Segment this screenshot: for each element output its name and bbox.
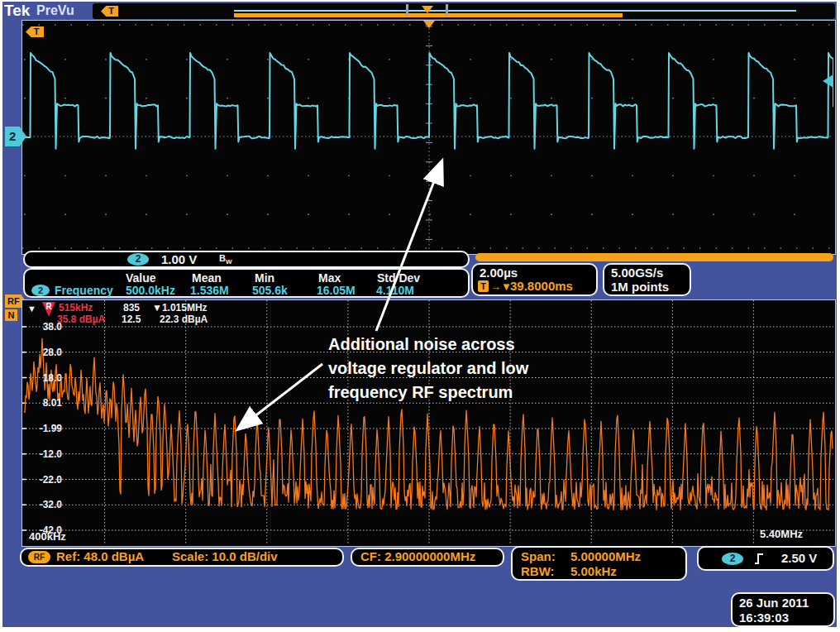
rf-reference-level: Ref: 48.0 dBµA (56, 550, 144, 563)
rbw-label: RBW: (521, 565, 555, 578)
record-view-bar[interactable]: T (93, 3, 835, 19)
rf-settings-box[interactable]: RF Ref: 48.0 dBµA Scale: 10.0 dB/div (20, 548, 344, 567)
spectrum-start-frequency: 400kHz (29, 530, 66, 543)
measurement-value: 500.0kHz (126, 284, 175, 297)
annotation-line: voltage regulator and low (328, 357, 576, 381)
marker-a-amplitude: 22.3 dBµA (160, 314, 208, 325)
record-trace-line (234, 10, 796, 12)
measurement-value: 16.05M (317, 284, 356, 297)
record-length: 1M points (611, 280, 669, 294)
acquisition-mode-label: PreVu (36, 3, 74, 18)
annotation-text: Additional noise across voltage regulato… (328, 333, 576, 405)
sample-rate: 5.00GS/s (611, 266, 663, 280)
spectrum-y-label: -12.0 (26, 448, 62, 460)
channel-2-scale-bar[interactable]: 2 1.00 V BW (23, 251, 470, 268)
span-rbw-box[interactable]: Span: 5.00000MHz RBW: 5.00kHz (511, 546, 687, 581)
zoom-bracket-right[interactable] (446, 4, 448, 16)
measurement-header: Value (126, 271, 156, 285)
measurement-value: 4.110M (376, 284, 414, 297)
measurement-name: Frequency (55, 284, 113, 297)
zoom-bracket-left[interactable] (406, 4, 408, 16)
measurement-bar: ValueMeanMinMaxStd Dev 2 Frequency 500.0… (23, 268, 470, 298)
trigger-level-value: 2.50 V (781, 552, 817, 565)
measurement-value: 1.536M (190, 284, 229, 297)
marker-r-amplitude: 35.8 dBµA (57, 314, 105, 325)
spectrum-stop-frequency: 5.40MHz (760, 528, 803, 540)
trigger-readout-box[interactable]: 2 2.50 V (697, 546, 834, 571)
marker-b-frequency: 835 (123, 303, 140, 314)
tek-logo: Tek (4, 2, 30, 20)
marker-a-glyph-icon: ▼ (27, 304, 36, 314)
measurement-header: Std Dev (377, 271, 420, 285)
measurement-header: Max (318, 271, 341, 285)
trigger-delay-value: 39.8000ms (510, 280, 573, 293)
center-frequency-box[interactable]: CF: 2.90000000MHz (351, 548, 504, 567)
rf-badge: RF (28, 551, 50, 563)
spectrum-y-label: 8.01 (26, 397, 62, 409)
bandwidth-limit-icon: BW (219, 253, 232, 266)
acquisition-box[interactable]: 5.00GS/s 1M points (603, 263, 691, 296)
spectrum-y-label: 38.0 (26, 321, 62, 333)
rbw-value: 5.00kHz (570, 565, 617, 578)
spectrum-y-label: 28.0 (26, 347, 62, 358)
span-value: 5.00000MHz (570, 550, 641, 563)
record-window-bar (234, 13, 623, 17)
marker-b-amplitude: 12.5 (122, 314, 141, 325)
trigger-t-icon: T (478, 280, 489, 292)
rising-edge-icon (753, 553, 765, 565)
measurement-value: 505.6k (252, 284, 288, 297)
annotation-line: Additional noise across (328, 333, 576, 357)
spectrum-y-label: -32.0 (26, 499, 62, 510)
center-frequency: CF: 2.90000000MHz (360, 550, 475, 563)
spectrum-y-label: 18.0 (26, 372, 62, 384)
measurement-header: Min (255, 271, 274, 285)
spectrum-y-label: -1.99 (26, 423, 62, 434)
horizontal-settings-box[interactable]: 2.00µs T →▼ 39.8000ms (471, 263, 598, 296)
rf-vertical-scale: Scale: 10.0 dB/div (172, 550, 278, 563)
rf-normal-badge: N (5, 309, 17, 321)
marker-a-frequency: ▼1.015MHz (152, 303, 208, 314)
ch2-waveform-trace (22, 21, 833, 252)
measurement-channel-badge: 2 (31, 285, 50, 296)
zoom-position-marker[interactable] (422, 6, 433, 13)
spectrum-y-label: -22.0 (26, 474, 62, 486)
date-value: 26 Jun 2011 (739, 596, 809, 610)
channel-2-badge: 2 (127, 253, 149, 266)
trigger-time-flag-icon: T (101, 6, 118, 17)
zoom-window-bar (475, 253, 833, 261)
trigger-delay-arrows: →▼ (490, 280, 512, 294)
ch2-vertical-scale: 1.00 V (161, 253, 197, 266)
span-label: Span: (521, 550, 556, 563)
trigger-source-badge: 2 (722, 553, 743, 565)
measurement-header: Mean (192, 271, 222, 285)
waveform-display: T (21, 20, 836, 255)
marker-r-frequency: 515kHz (59, 303, 93, 314)
screenshot-frame: Tek PreVu T T 2 2 1.00 V BW ValueMeanMin… (0, 0, 840, 632)
time-per-div: 2.00µs (480, 266, 518, 280)
datetime-box: 26 Jun 2011 16:39:03 (731, 592, 835, 627)
trigger-position-marker[interactable] (423, 21, 435, 28)
annotation-line: frequency RF spectrum (328, 381, 576, 405)
time-value: 16:39:03 (739, 611, 789, 625)
